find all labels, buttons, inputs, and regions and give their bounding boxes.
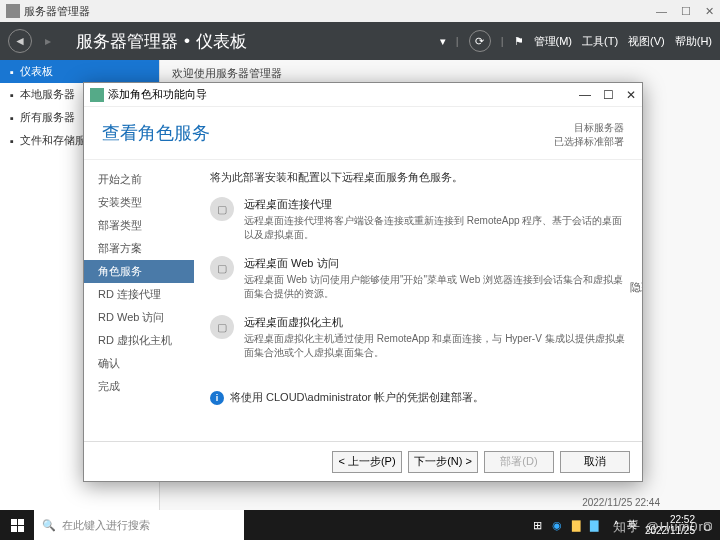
wizard-header: 查看角色服务 目标服务器 已选择标准部署 <box>84 107 642 160</box>
nav-forward-button[interactable]: ▸ <box>36 29 60 53</box>
wizard-maximize-button[interactable]: ☐ <box>603 88 614 102</box>
sidebar-item-icon: ▪ <box>10 89 14 101</box>
role-title: 远程桌面连接代理 <box>244 197 626 212</box>
wizard-nav: 开始之前安装类型部署类型部署方案角色服务RD 连接代理RD Web 访问RD 虚… <box>84 160 194 441</box>
edge-icon[interactable]: ◉ <box>552 519 562 532</box>
close-button[interactable]: ✕ <box>705 5 714 18</box>
app-icon <box>6 4 20 18</box>
cancel-button[interactable]: 取消 <box>560 451 630 473</box>
info-icon: i <box>210 391 224 405</box>
role-icon: ▢ <box>210 197 234 221</box>
role-desc: 远程桌面连接代理将客户端设备连接或重新连接到 RemoteApp 程序、基于会话… <box>244 214 626 242</box>
wizard-title: 添加角色和功能向导 <box>108 87 207 102</box>
breadcrumb-sep: • <box>184 31 190 51</box>
sidebar-item-label: 所有服务器 <box>20 110 75 125</box>
windows-logo-icon <box>11 519 24 532</box>
window-title: 服务器管理器 <box>24 4 90 19</box>
search-icon: 🔍 <box>42 519 56 532</box>
sidebar-item-label: 文件和存储服 <box>20 133 86 148</box>
nav-back-button[interactable]: ◄ <box>8 29 32 53</box>
maximize-button[interactable]: ☐ <box>681 5 691 18</box>
next-button[interactable]: 下一步(N) > <box>408 451 478 473</box>
target-server-label: 目标服务器 <box>554 121 624 135</box>
wizard-nav-item-5[interactable]: RD 连接代理 <box>84 283 194 306</box>
wizard-dialog: 添加角色和功能向导 — ☐ ✕ 查看角色服务 目标服务器 已选择标准部署 开始之… <box>83 82 643 482</box>
wizard-icon <box>90 88 104 102</box>
wizard-nav-item-1[interactable]: 安装类型 <box>84 191 194 214</box>
wizard-nav-item-8[interactable]: 确认 <box>84 352 194 375</box>
role-item-2: ▢远程桌面虚拟化主机远程桌面虚拟化主机通过使用 RemoteApp 和桌面连接，… <box>210 315 626 360</box>
wizard-minimize-button[interactable]: — <box>579 88 591 102</box>
start-button[interactable] <box>0 510 34 540</box>
wizard-nav-item-0[interactable]: 开始之前 <box>84 168 194 191</box>
sidebar-item-icon: ▪ <box>10 112 14 124</box>
wizard-heading: 查看角色服务 <box>102 121 210 145</box>
task-view-icon[interactable]: ⊞ <box>533 519 542 532</box>
sidebar-item-icon: ▪ <box>10 66 14 78</box>
wizard-intro: 将为此部署安装和配置以下远程桌面服务角色服务。 <box>210 170 626 185</box>
menu-help[interactable]: 帮助(H) <box>675 34 712 49</box>
menu-manage[interactable]: 管理(M) <box>534 34 573 49</box>
role-desc: 远程桌面 Web 访问使用户能够使用"开始"菜单或 Web 浏览器连接到会话集合… <box>244 273 626 301</box>
prev-button[interactable]: < 上一步(P) <box>332 451 402 473</box>
svg-rect-0 <box>6 4 20 18</box>
breadcrumb: 服务器管理器 • 仪表板 <box>76 30 247 53</box>
watermark: 知乎 @Hum0ro <box>613 518 712 536</box>
wizard-nav-item-2[interactable]: 部署类型 <box>84 214 194 237</box>
breadcrumb-page: 仪表板 <box>196 30 247 53</box>
taskbar-search[interactable]: 🔍 在此键入进行搜索 <box>34 510 244 540</box>
role-desc: 远程桌面虚拟化主机通过使用 RemoteApp 和桌面连接，与 Hyper-V … <box>244 332 626 360</box>
role-icon: ▢ <box>210 315 234 339</box>
breadcrumb-app: 服务器管理器 <box>76 30 178 53</box>
wizard-nav-item-9[interactable]: 完成 <box>84 375 194 398</box>
sidebar-item-icon: ▪ <box>10 135 14 147</box>
explorer-icon[interactable]: ▇ <box>572 519 580 532</box>
search-placeholder: 在此键入进行搜索 <box>62 518 150 533</box>
dropdown-icon[interactable]: ▾ <box>440 35 446 48</box>
role-item-0: ▢远程桌面连接代理远程桌面连接代理将客户端设备连接或重新连接到 RemoteAp… <box>210 197 626 242</box>
info-row: i 将使用 CLOUD\administrator 帐户的凭据创建部署。 <box>210 390 626 405</box>
wizard-nav-item-7[interactable]: RD 虚拟化主机 <box>84 329 194 352</box>
minimize-button[interactable]: — <box>656 5 667 18</box>
wizard-titlebar: 添加角色和功能向导 — ☐ ✕ <box>84 83 642 107</box>
refresh-icon[interactable]: ⟳ <box>469 30 491 52</box>
target-server-value: 已选择标准部署 <box>554 135 624 149</box>
role-title: 远程桌面虚拟化主机 <box>244 315 626 330</box>
menu-view[interactable]: 视图(V) <box>628 34 665 49</box>
server-manager-taskbar-icon[interactable]: ▇ <box>590 519 598 532</box>
role-icon: ▢ <box>210 256 234 280</box>
welcome-text: 欢迎使用服务器管理器 <box>172 66 708 81</box>
flag-icon[interactable]: ⚑ <box>514 35 524 48</box>
sidebar-item-label: 仪表板 <box>20 64 53 79</box>
screenshot-timestamp: 2022/11/25 22:44 <box>582 497 660 508</box>
window-titlebar: 服务器管理器 — ☐ ✕ <box>0 0 720 22</box>
sidebar-item-label: 本地服务器 <box>20 87 75 102</box>
app-header: ◄ ▸ 服务器管理器 • 仪表板 ▾ | ⟳ | ⚑ 管理(M) 工具(T) 视… <box>0 22 720 60</box>
menu-tools[interactable]: 工具(T) <box>582 34 618 49</box>
wizard-close-button[interactable]: ✕ <box>626 88 636 102</box>
deploy-button: 部署(D) <box>484 451 554 473</box>
role-title: 远程桌面 Web 访问 <box>244 256 626 271</box>
wizard-nav-item-6[interactable]: RD Web 访问 <box>84 306 194 329</box>
sidebar-item-0[interactable]: ▪仪表板 <box>0 60 159 83</box>
wizard-nav-item-3[interactable]: 部署方案 <box>84 237 194 260</box>
svg-rect-1 <box>90 88 104 102</box>
wizard-footer: < 上一步(P) 下一步(N) > 部署(D) 取消 <box>84 441 642 481</box>
wizard-nav-item-4[interactable]: 角色服务 <box>84 260 194 283</box>
hide-link[interactable]: 隐藏 <box>630 280 642 295</box>
info-text: 将使用 CLOUD\administrator 帐户的凭据创建部署。 <box>230 390 484 405</box>
wizard-content: 将为此部署安装和配置以下远程桌面服务角色服务。 ▢远程桌面连接代理远程桌面连接代… <box>194 160 642 441</box>
role-item-1: ▢远程桌面 Web 访问远程桌面 Web 访问使用户能够使用"开始"菜单或 We… <box>210 256 626 301</box>
